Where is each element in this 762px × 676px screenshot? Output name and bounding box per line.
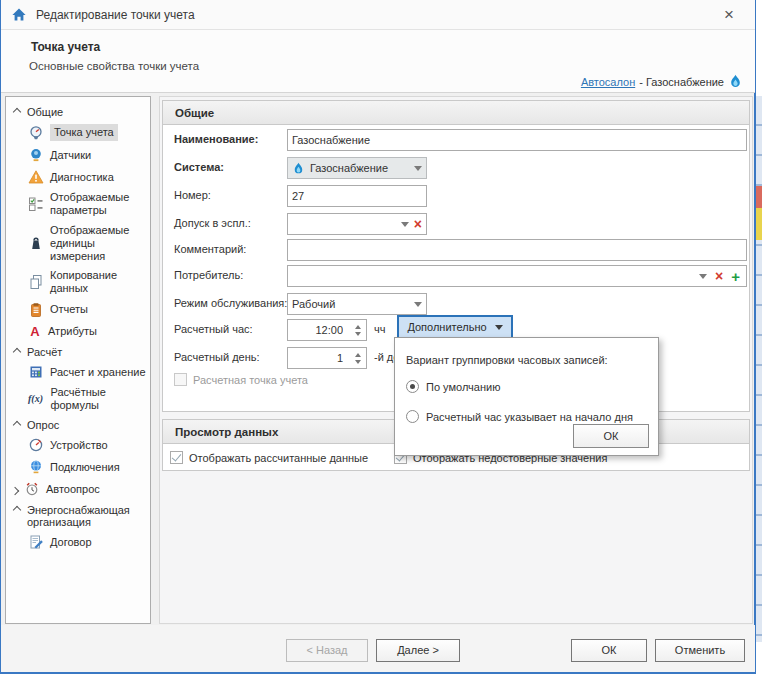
add-plus-icon[interactable]: + <box>731 269 740 284</box>
spin-up-icon[interactable] <box>355 353 361 357</box>
home-icon <box>11 7 27 23</box>
page-title: Точка учета <box>31 40 100 54</box>
number-input[interactable] <box>287 185 427 207</box>
chevron-up-icon <box>13 348 21 356</box>
gas-flame-icon <box>292 162 305 175</box>
view-calculated-checkbox-row[interactable]: Отображать рассчитанные данные <box>170 451 368 464</box>
grouping-options-popup: Вариант группировки часовых записей: По … <box>394 337 659 456</box>
clear-x-icon[interactable]: × <box>715 269 723 283</box>
consumer-label: Потребитель: <box>174 269 243 281</box>
calc-hour-label: Расчетный час: <box>174 323 253 335</box>
page-subtitle: Основные свойства точки учета <box>29 60 199 72</box>
popup-ok-button[interactable]: ОК <box>573 424 649 448</box>
chevron-down-icon[interactable] <box>699 274 707 279</box>
name-input[interactable] <box>287 129 747 151</box>
warning-icon <box>28 169 44 185</box>
number-label: Номер: <box>174 189 211 201</box>
sidebar-item-label: Копирование данных <box>50 269 148 295</box>
cancel-button[interactable]: Отменить <box>655 639 745 662</box>
dialog-header: Точка учета Основные свойства точки учет… <box>1 30 755 93</box>
sidebar-section-energy-org[interactable]: Энергоснабжающая организация <box>6 500 150 531</box>
attribute-icon: А <box>28 324 42 340</box>
sidebar-item-sensors[interactable]: Датчики <box>6 144 150 166</box>
title-bar: Редактирование точки учета × <box>1 0 755 30</box>
sidebar-item-label: Датчики <box>50 149 91 162</box>
globe-icon <box>28 459 44 475</box>
chevron-right-icon <box>11 487 19 495</box>
copy-icon <box>28 274 44 290</box>
calculator-icon <box>28 364 44 380</box>
sidebar-section-general[interactable]: Общие <box>6 102 150 121</box>
back-button[interactable]: < Назад <box>286 639 368 662</box>
report-icon <box>28 302 44 318</box>
service-mode-label: Режим обслуживания: <box>174 297 287 309</box>
system-label: Система: <box>174 161 224 173</box>
calc-day-label: Расчетный день: <box>174 351 260 363</box>
sidebar-item-device[interactable]: Устройство <box>6 434 150 456</box>
section-label: Энергоснабжающая организация <box>27 504 148 528</box>
view-calculated-label: Отображать рассчитанные данные <box>189 452 368 464</box>
sidebar-item-attributes[interactable]: А Атрибуты <box>6 321 150 343</box>
sidebar-item-label: Договор <box>50 536 92 549</box>
calc-point-checkbox[interactable] <box>174 373 187 386</box>
name-label: Наименование: <box>174 133 258 145</box>
sidebar-item-displayed-parameters[interactable]: Отображаемые параметры <box>6 188 150 220</box>
more-options-label: Дополнительно <box>407 321 486 333</box>
sidebar-item-displayed-units[interactable]: Отображаемые единицы измерения <box>6 221 150 267</box>
sidebar-item-reports[interactable]: Отчеты <box>6 299 150 321</box>
sensor-icon <box>28 147 44 163</box>
ok-button[interactable]: ОК <box>571 639 647 662</box>
comment-input[interactable] <box>287 239 747 261</box>
close-icon[interactable]: × <box>717 4 741 26</box>
window-title: Редактирование точки учета <box>36 8 195 22</box>
section-label: Расчёт <box>27 346 62 358</box>
gas-flame-icon <box>728 74 743 89</box>
calc-day-input[interactable] <box>288 352 346 364</box>
background-rows <box>756 96 762 642</box>
context-link[interactable]: Автосалон <box>581 76 635 88</box>
sidebar-item-label: Отчеты <box>50 303 88 316</box>
radio-unselected-icon[interactable] <box>406 410 419 423</box>
device-gauge-icon <box>28 437 44 453</box>
calc-day-spinner[interactable] <box>287 347 367 369</box>
radio-start-of-day-row[interactable]: Расчетный час указывает на начало дня <box>406 410 633 423</box>
gauge-icon <box>28 125 44 141</box>
background-yellow-cell <box>756 208 762 240</box>
chevron-down-icon[interactable] <box>414 302 422 307</box>
spin-up-icon[interactable] <box>355 325 361 329</box>
sidebar-section-calculation[interactable]: Расчёт <box>6 342 150 361</box>
radio-selected-icon[interactable] <box>406 380 419 393</box>
clear-x-icon[interactable]: × <box>414 217 422 231</box>
spin-down-icon[interactable] <box>355 332 361 336</box>
section-label: Общие <box>27 106 63 118</box>
sidebar-item-metering-point[interactable]: Точка учета <box>6 121 150 144</box>
sidebar-item-label: Автоопрос <box>46 483 100 496</box>
sidebar-item-label: Расчётные формулы <box>50 386 148 412</box>
approval-select[interactable]: × <box>287 213 427 235</box>
context-suffix: - Газоснабжение <box>639 76 724 88</box>
sidebar-item-label: Устройство <box>50 439 108 452</box>
dialog-footer: < Назад Далее > ОК Отменить <box>1 625 755 672</box>
calc-hour-spinner[interactable] <box>287 319 367 341</box>
sidebar-item-data-copy[interactable]: Копирование данных <box>6 266 150 298</box>
calc-point-checkbox-row[interactable]: Расчетная точка учета <box>174 373 308 386</box>
spin-down-icon[interactable] <box>355 360 361 364</box>
sidebar-item-connections[interactable]: Подключения <box>6 456 150 478</box>
consumer-select[interactable]: × + <box>287 265 747 287</box>
context-breadcrumb: Автосалон - Газоснабжение <box>581 74 743 89</box>
service-mode-select[interactable]: Рабочий <box>287 293 427 315</box>
chevron-down-icon <box>495 325 503 330</box>
more-options-button[interactable]: Дополнительно <box>397 315 513 339</box>
chevron-down-icon[interactable] <box>401 222 409 227</box>
radio-default-row[interactable]: По умолчанию <box>406 380 500 393</box>
calc-hour-input[interactable] <box>288 324 346 336</box>
sidebar-item-calc-formulas[interactable]: f(x) Расчётные формулы <box>6 383 150 415</box>
next-button[interactable]: Далее > <box>376 639 460 662</box>
service-mode-value: Рабочий <box>292 298 335 310</box>
view-calculated-checkbox[interactable] <box>170 451 183 464</box>
sidebar-item-calc-storage[interactable]: Расчет и хранение <box>6 361 150 383</box>
sidebar-item-contract[interactable]: Договор <box>6 531 150 553</box>
sidebar-section-polling[interactable]: Опрос <box>6 415 150 434</box>
sidebar-item-diagnostics[interactable]: Диагностика <box>6 166 150 188</box>
sidebar-item-autopoll[interactable]: Автоопрос <box>6 478 150 500</box>
